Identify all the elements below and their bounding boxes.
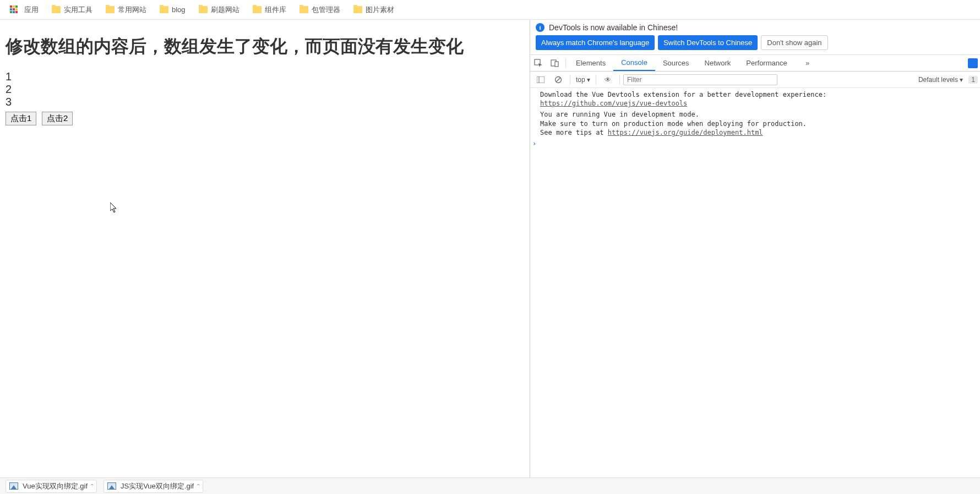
list-item: 3 xyxy=(6,96,524,108)
issue-count-badge[interactable]: 1 xyxy=(968,76,978,84)
folder-icon xyxy=(160,6,168,13)
devtools-panel: i DevTools is now available in Chinese! … xyxy=(530,20,980,477)
bookmark-folder[interactable]: 包管理器 xyxy=(294,3,346,17)
folder-icon xyxy=(353,6,362,13)
chevron-up-icon[interactable]: ⌃ xyxy=(90,483,94,489)
image-file-icon xyxy=(9,482,18,490)
devtools-info-bar: i DevTools is now available in Chinese! xyxy=(530,20,980,35)
tab-network[interactable]: Network xyxy=(697,55,739,71)
folder-icon xyxy=(199,6,208,13)
svg-line-6 xyxy=(556,78,560,82)
click1-button[interactable]: 点击1 xyxy=(6,112,36,125)
bookmark-folder[interactable]: 图片素材 xyxy=(348,3,400,17)
download-item[interactable]: Vue实现双向绑定.gif ⌃ xyxy=(6,480,97,493)
folder-icon xyxy=(253,6,262,13)
dont-show-again-button[interactable]: Don't show again xyxy=(761,35,827,50)
folder-icon xyxy=(300,6,308,13)
folder-icon xyxy=(106,6,115,13)
list-item: 2 xyxy=(6,83,524,96)
console-prompt-icon[interactable]: › xyxy=(532,139,536,148)
svg-rect-2 xyxy=(555,62,558,67)
log-levels-selector[interactable]: Default levels ▾ xyxy=(918,76,963,84)
downloads-shelf: Vue实现双向绑定.gif ⌃ JS实现Vue双向绑定.gif ⌃ xyxy=(0,477,980,494)
whats-new-badge-icon[interactable] xyxy=(968,58,978,68)
page-viewport: 修改数组的内容后，数组发生了变化，而页面没有发生变化 1 2 3 点击1 点击2 xyxy=(0,20,530,477)
console-link[interactable]: https://vuejs.org/guide/deployment.html xyxy=(608,129,763,136)
bookmark-folder[interactable]: blog xyxy=(154,3,191,16)
tab-console[interactable]: Console xyxy=(613,55,655,71)
console-filter-input[interactable] xyxy=(623,74,777,85)
apps-label: 应用 xyxy=(24,5,39,15)
tab-performance[interactable]: Performance xyxy=(738,55,794,71)
chevron-up-icon[interactable]: ⌃ xyxy=(196,483,200,489)
info-message: DevTools is now available in Chinese! xyxy=(549,23,678,32)
console-message: Download the Vue Devtools extension for … xyxy=(540,90,980,108)
click2-button[interactable]: 点击2 xyxy=(42,112,73,125)
page-title: 修改数组的内容后，数组发生了变化，而页面没有发生变化 xyxy=(6,35,524,58)
svg-rect-3 xyxy=(537,76,545,83)
bookmark-folder[interactable]: 常用网站 xyxy=(100,3,152,17)
match-language-button[interactable]: Always match Chrome's language xyxy=(536,35,655,50)
live-expression-icon[interactable] xyxy=(600,72,616,88)
tab-elements[interactable]: Elements xyxy=(568,55,613,71)
bookmark-folder[interactable]: 组件库 xyxy=(247,3,292,17)
list-item: 1 xyxy=(6,70,524,83)
devtools-tab-bar: Elements Console Sources Network Perform… xyxy=(530,55,980,72)
tabs-overflow-icon[interactable]: » xyxy=(799,55,816,72)
switch-language-button[interactable]: Switch DevTools to Chinese xyxy=(658,35,758,50)
apps-icon xyxy=(10,6,19,14)
bookmark-folder[interactable]: 刷题网站 xyxy=(193,3,245,17)
bookmark-folder[interactable]: 实用工具 xyxy=(46,3,98,17)
device-toolbar-icon[interactable] xyxy=(547,55,563,72)
console-link[interactable]: https://github.com/vuejs/vue-devtools xyxy=(540,100,687,107)
bookmarks-bar: 应用 实用工具 常用网站 blog 刷题网站 组件库 包管理器 图片素材 xyxy=(0,0,980,20)
apps-button[interactable]: 应用 xyxy=(4,3,44,17)
download-item[interactable]: JS实现Vue双向绑定.gif ⌃ xyxy=(104,480,203,493)
console-sidebar-toggle-icon[interactable] xyxy=(532,72,549,88)
console-toolbar: top ▾ Default levels ▾ 1 xyxy=(530,72,980,88)
inspect-element-icon[interactable] xyxy=(530,55,547,72)
console-message: You are running Vue in development mode.… xyxy=(540,110,980,137)
folder-icon xyxy=(52,6,61,13)
console-output: Download the Vue Devtools extension for … xyxy=(530,88,980,477)
context-selector[interactable]: top ▾ xyxy=(574,76,592,84)
image-file-icon xyxy=(107,482,116,490)
info-icon: i xyxy=(536,23,545,32)
clear-console-icon[interactable] xyxy=(550,72,567,88)
tab-sources[interactable]: Sources xyxy=(655,55,697,71)
